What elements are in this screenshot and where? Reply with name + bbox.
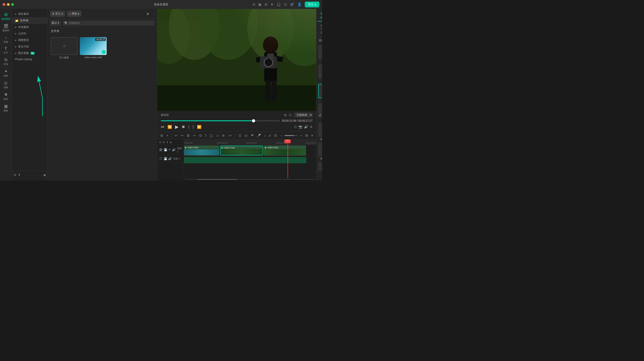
tl-cut-button[interactable]: ✂	[192, 133, 197, 138]
audio-save-icon[interactable]: 💾	[164, 157, 167, 160]
volume-icon[interactable]: 🔊	[304, 125, 308, 128]
grid-icon[interactable]: ⊞	[264, 2, 268, 6]
grid-view-icon[interactable]: ⊞	[284, 113, 287, 117]
tl-clip-button[interactable]: ⊡	[238, 133, 242, 138]
subtab-ai-tools[interactable]: AI工具	[318, 23, 322, 36]
tl-transition-button[interactable]: ⧈	[268, 133, 272, 138]
download-icon[interactable]: ⬇	[270, 2, 274, 6]
minimize-button[interactable]	[7, 3, 10, 6]
tl-group-button[interactable]: ⊞	[160, 133, 164, 138]
add-media-item[interactable]: + 导入媒体	[51, 37, 78, 59]
tab-video[interactable]: 视频	[318, 10, 322, 22]
screen-icon[interactable]: ⧉	[253, 2, 255, 6]
mark-out-button[interactable]: }	[192, 125, 194, 129]
headphone-icon[interactable]: 🎧	[276, 2, 281, 6]
zoom-track[interactable]	[284, 135, 298, 136]
anim-item-bounce-zoom-in[interactable]: ↗ 双击应用 弹跳放大	[318, 84, 322, 102]
play-button[interactable]: ▶	[175, 124, 178, 130]
settings-icon[interactable]: ⚙	[310, 125, 312, 128]
folder-up-icon[interactable]: ⬆	[18, 173, 21, 177]
tl-link-icon[interactable]: ⊟	[162, 141, 165, 144]
filter-icon[interactable]: ⊟	[147, 12, 149, 16]
sidebar-item-filters[interactable]: ◎ 滤镜	[0, 79, 12, 90]
tl-flag-button[interactable]: ⚑	[250, 133, 254, 138]
tl-layout-button[interactable]: ⊞	[304, 133, 309, 138]
audio-vol-icon[interactable]: 🔊	[168, 157, 172, 160]
import-button[interactable]: ⬇ 导入 ▾	[50, 11, 65, 17]
tl-copy-button[interactable]: ⊕	[221, 133, 226, 138]
progress-track[interactable]	[161, 120, 280, 121]
tl-split-button[interactable]: ⧉	[198, 133, 202, 138]
sidebar-item-transition[interactable]: ⧉ 转场	[0, 56, 12, 67]
rewind-button[interactable]: ⏮	[161, 125, 164, 129]
tree-item-local-media[interactable]: ▶ 本地素材	[12, 24, 48, 30]
scrollbar-thumb[interactable]	[198, 179, 237, 180]
sidebar-item-text[interactable]: T 文字	[0, 46, 12, 56]
tree-item-adjust[interactable]: ▶ 调整图层	[12, 37, 48, 44]
tree-item-project-media[interactable]: ▶ 项目素材	[12, 11, 48, 17]
playhead-marker[interactable]: ✂	[284, 140, 291, 143]
anim-item-cw-rotate-2[interactable]: ↻ 顺时针旋转放大2	[318, 142, 322, 160]
tl-delete-button[interactable]: 🗑	[186, 133, 191, 138]
screenshot-icon[interactable]: 📷	[298, 125, 302, 128]
tl-mic-button[interactable]: 🎤	[256, 133, 262, 138]
sidebar-item-stickers[interactable]: ❋ 贴纸	[0, 91, 12, 102]
sidebar-item-audio[interactable]: ♪ 音频	[0, 34, 12, 45]
maximize-button[interactable]	[11, 3, 14, 6]
cart-icon[interactable]: 🛒	[290, 2, 294, 6]
tl-more-button[interactable]: >>	[227, 133, 233, 138]
full-view-icon[interactable]: ⊡	[289, 113, 292, 117]
layout-icon[interactable]: ⊟	[284, 2, 287, 6]
tl-undo-button[interactable]: ↩	[174, 133, 178, 138]
search-input[interactable]	[69, 22, 153, 24]
tl-add-track-icon[interactable]: ⊕	[159, 141, 161, 144]
more-icon[interactable]: ···	[152, 12, 155, 16]
mark-in-button[interactable]: {	[188, 125, 190, 129]
sidebar-item-templates[interactable]: ▦ 模板	[0, 102, 12, 114]
tl-text-button[interactable]: T	[204, 133, 208, 138]
anim-item-none[interactable]: ⊘ 无动画	[318, 45, 322, 63]
tl-plus-button[interactable]: +	[299, 133, 303, 138]
tree-item-photos-lib[interactable]: Photos Library	[12, 56, 48, 62]
tl-pip-button[interactable]: ⊟	[273, 133, 278, 138]
scrollbar-track[interactable]	[185, 179, 315, 180]
sidebar-item-effects[interactable]: ✦ 特效	[0, 68, 12, 79]
stop-button[interactable]: ⏹	[182, 125, 185, 129]
anim-item-cw-rotate-1[interactable]: ↻ 顺时针旋转放大1	[318, 123, 322, 141]
tl-compound-icon[interactable]: ◈	[170, 141, 172, 144]
tl-crop-button[interactable]: ◱	[209, 133, 214, 138]
sidebar-item-my-media[interactable]: ⊞ 我的素材	[0, 11, 12, 22]
tree-item-folder[interactable]: 📁 文件夹	[12, 17, 48, 24]
sidebar-item-media-lib[interactable]: 🎬 素材库	[0, 22, 12, 34]
speed-button[interactable]: ⏩	[197, 125, 202, 129]
tl-unlink-icon[interactable]: ⬆	[166, 141, 168, 144]
tl-music-button[interactable]: ♪	[263, 133, 267, 138]
tree-item-ai-video[interactable]: ▶ 图生视频 AI	[12, 50, 48, 56]
close-button[interactable]	[3, 3, 5, 6]
video-clip-2[interactable]: ▶ video-miao	[220, 146, 263, 156]
tree-item-composite[interactable]: ▶ 复合片段	[12, 44, 48, 50]
quality-select[interactable]: 完整画质1/2画质1/4画质	[294, 112, 312, 118]
fullscreen-icon[interactable]: ⊡	[294, 125, 297, 128]
user-icon[interactable]: 👤	[298, 2, 302, 6]
monitor-icon[interactable]: ▣	[258, 2, 262, 6]
record-button[interactable]: ● 录制 ▾	[67, 11, 82, 17]
add-folder-icon[interactable]: ⊕	[14, 173, 16, 177]
media-item-beach-video[interactable]: 00:00:27 ✓ video-miao.mp4	[80, 37, 107, 59]
video-clip-3[interactable]: ▶ video-miao	[264, 146, 306, 156]
sort-select[interactable]: 默认 ▾	[50, 20, 61, 26]
video-eye-icon[interactable]: 👁	[168, 148, 171, 152]
tl-keyframe-button[interactable]: ◇	[215, 133, 220, 138]
tl-select-button[interactable]: ⌖	[166, 133, 169, 138]
tree-item-cloud[interactable]: ▶ 云空间	[12, 30, 48, 37]
tl-redo-button[interactable]: ↪	[180, 133, 184, 138]
anim-item-cw-rotate[interactable]: ↻ 顺时针旋转	[318, 162, 322, 171]
export-button[interactable]: 导出 ▾	[305, 2, 319, 8]
video-vol-icon[interactable]: 🔊	[172, 148, 176, 152]
tl-minus-button[interactable]: −	[279, 133, 283, 138]
anim-item-zoom-bounce[interactable]: ↗ ↙ 缩放回弹	[318, 64, 322, 82]
tl-audio-button[interactable]: ◎	[244, 133, 248, 138]
anim-item-bounce-zoom-out[interactable]: ↗ ↙ 放大2	[318, 103, 322, 122]
collapse-icon[interactable]: ◀	[43, 173, 46, 177]
video-clip-1[interactable]: ▶ video-miao	[184, 146, 219, 156]
